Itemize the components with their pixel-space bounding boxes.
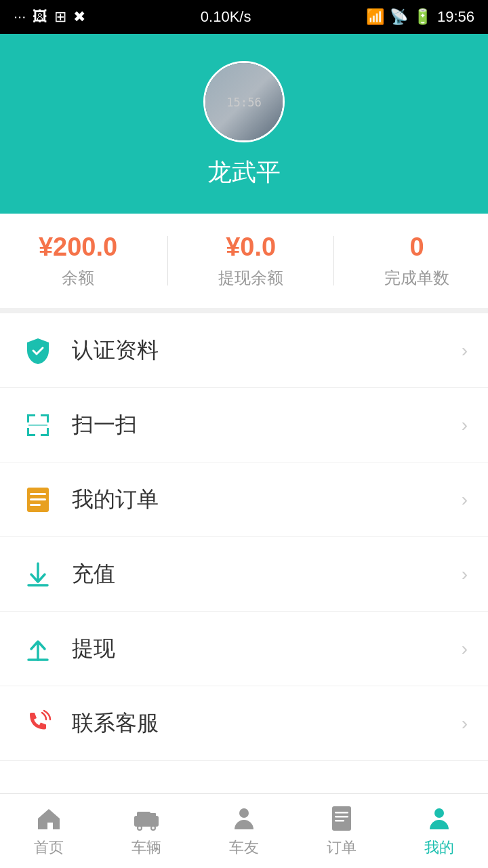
support-arrow: › — [462, 713, 468, 734]
orders-arrow: › — [462, 489, 468, 511]
wifi-icon: 📶 — [366, 8, 384, 26]
auth-arrow: › — [462, 340, 468, 361]
svg-point-24 — [138, 827, 141, 829]
profile-header: 15:56 龙武平 — [0, 34, 488, 214]
nav-item-vehicle[interactable]: 车辆 — [98, 804, 195, 856]
dot-icon: ··· — [14, 8, 26, 26]
vehicle-nav-label: 车辆 — [131, 837, 161, 858]
completed-orders-value: 0 — [409, 233, 424, 262]
image-icon: 🖼 — [33, 8, 47, 26]
wifi-off-icon: ✖ — [73, 8, 85, 26]
orders-nav-label: 订单 — [327, 837, 357, 858]
stat-divider-1 — [167, 236, 168, 285]
avatar[interactable]: 15:56 — [203, 61, 285, 142]
vehicle-icon — [130, 804, 163, 833]
menu-list: 认证资料 › 扫一扫 › — [0, 313, 488, 793]
svg-text:15:56: 15:56 — [226, 96, 261, 109]
svg-rect-28 — [332, 806, 351, 831]
svg-rect-10 — [47, 428, 49, 436]
svg-rect-4 — [27, 414, 29, 422]
nav-item-profile[interactable]: 我的 — [390, 804, 488, 856]
profile-nav-label: 我的 — [424, 837, 454, 858]
home-icon — [33, 804, 65, 833]
svg-point-32 — [434, 808, 444, 818]
withdraw-balance-label: 提现余额 — [218, 267, 283, 289]
stat-divider-2 — [333, 236, 334, 285]
auth-label: 认证资料 — [72, 336, 462, 366]
status-bar: ··· 🖼 ⊞ ✖ 0.10K/s 📶 📡 🔋 19:56 — [0, 0, 488, 34]
username: 龙武平 — [207, 156, 281, 189]
completed-orders-label: 完成单数 — [384, 267, 449, 289]
network-speed: 0.10K/s — [201, 8, 251, 26]
withdraw-label: 提现 — [72, 634, 462, 664]
nav-item-friends[interactable]: 车友 — [195, 804, 293, 856]
svg-rect-26 — [148, 813, 156, 817]
clock: 19:56 — [437, 8, 474, 26]
svg-point-25 — [152, 827, 155, 829]
balance-value: ¥200.0 — [39, 233, 117, 262]
menu-item-topup[interactable]: 充值 › — [0, 537, 488, 612]
svg-rect-11 — [28, 425, 47, 426]
withdraw-arrow: › — [462, 638, 468, 660]
status-icons: ··· 🖼 ⊞ ✖ — [14, 8, 85, 26]
stats-row: ¥200.0 余额 ¥0.0 提现余额 0 完成单数 — [0, 214, 488, 313]
nav-item-home[interactable]: 首页 — [0, 804, 98, 856]
menu-item-support[interactable]: 联系客服 › — [0, 686, 488, 761]
orders-nav-icon — [325, 804, 358, 833]
menu-item-withdraw[interactable]: 提现 › — [0, 612, 488, 686]
svg-rect-13 — [30, 493, 46, 495]
bottom-nav: 首页 车辆 车友 — [0, 793, 488, 868]
svg-point-27 — [239, 808, 249, 818]
status-right-icons: 📶 📡 🔋 19:56 — [366, 8, 474, 26]
download-icon — [20, 557, 56, 592]
scan-label: 扫一扫 — [72, 410, 462, 440]
scan-icon — [20, 408, 56, 443]
battery-icon: 🔋 — [413, 8, 432, 26]
profile-nav-icon — [423, 804, 455, 833]
stat-withdraw-balance[interactable]: ¥0.0 提现余额 — [218, 233, 283, 289]
cellular-icon: 📡 — [390, 8, 408, 26]
stat-balance[interactable]: ¥200.0 余额 — [39, 233, 117, 289]
orders-icon — [20, 482, 56, 517]
svg-rect-20 — [134, 816, 159, 827]
home-nav-label: 首页 — [34, 837, 64, 858]
shield-icon — [20, 333, 56, 368]
grid-icon: ⊞ — [54, 8, 66, 26]
nav-item-orders-tab[interactable]: 订单 — [293, 804, 390, 856]
support-label: 联系客服 — [72, 709, 462, 738]
orders-label: 我的订单 — [72, 485, 462, 515]
svg-rect-6 — [47, 414, 49, 422]
phone-icon — [20, 706, 56, 741]
friends-icon — [228, 804, 260, 833]
svg-rect-14 — [30, 498, 46, 500]
svg-rect-31 — [335, 820, 344, 822]
menu-item-auth[interactable]: 认证资料 › — [0, 313, 488, 388]
friends-nav-label: 车友 — [229, 837, 259, 858]
upload-icon — [20, 631, 56, 667]
topup-arrow: › — [462, 564, 468, 585]
withdraw-balance-value: ¥0.0 — [226, 233, 276, 262]
svg-rect-8 — [27, 428, 29, 436]
stat-completed-orders[interactable]: 0 完成单数 — [384, 233, 449, 289]
topup-label: 充值 — [72, 559, 462, 589]
menu-item-orders[interactable]: 我的订单 › — [0, 462, 488, 537]
svg-rect-30 — [335, 816, 348, 818]
balance-label: 余额 — [62, 267, 94, 289]
scan-arrow: › — [462, 414, 468, 436]
menu-item-scan[interactable]: 扫一扫 › — [0, 388, 488, 462]
svg-rect-29 — [335, 812, 348, 814]
avatar-image: 15:56 — [205, 63, 283, 140]
svg-rect-15 — [30, 504, 41, 506]
